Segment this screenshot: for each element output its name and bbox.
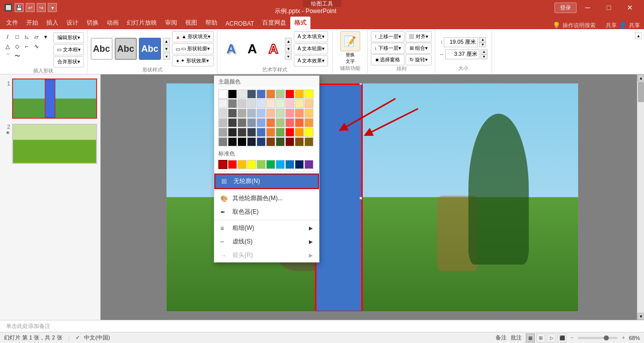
color-cell[interactable]	[304, 128, 313, 137]
color-cell[interactable]	[285, 128, 294, 137]
shape-line[interactable]: /	[3, 32, 12, 41]
color-cell[interactable]	[247, 109, 256, 118]
no-outline-item[interactable]: ☒ 无轮廓(N)	[214, 174, 319, 189]
scroll-thumb[interactable]	[638, 82, 644, 102]
rotate-button[interactable]: ↻ 旋转▾	[406, 54, 432, 65]
color-cell[interactable]	[304, 99, 313, 108]
color-cell[interactable]	[247, 137, 256, 146]
color-cell[interactable]	[285, 118, 294, 127]
weight-item[interactable]: ≡ 粗细(W) ▶	[214, 221, 319, 235]
presenter-view-btn[interactable]: ⬛	[557, 333, 567, 342]
tab-format[interactable]: 格式	[290, 16, 310, 29]
color-cell[interactable]	[285, 99, 294, 108]
color-cell[interactable]	[218, 109, 227, 118]
width-spin-down[interactable]: ▼	[480, 54, 488, 59]
handle-top-right[interactable]	[359, 83, 362, 85]
text-style-btn-1[interactable]: A	[221, 39, 240, 59]
text-outline-button[interactable]: A 文本轮廓▾	[294, 43, 328, 54]
color-cell[interactable]	[257, 109, 266, 118]
color-cell[interactable]	[266, 137, 275, 146]
blue-rect-shape[interactable]	[315, 83, 363, 312]
color-cell[interactable]	[228, 128, 237, 137]
shape-diamond[interactable]: ◇	[13, 42, 22, 51]
shape-outline-button[interactable]: ▭▭ 形状轮廓▾	[172, 43, 214, 54]
arrows-item[interactable]: → 箭头(R) ▶	[214, 248, 319, 262]
color-cell[interactable]	[295, 99, 304, 108]
selection-pane-button[interactable]: ■ 选择窗格	[371, 54, 405, 65]
color-cell[interactable]	[218, 90, 227, 99]
text-effect-button[interactable]: A 文本效果▾	[294, 55, 328, 66]
height-spin-down[interactable]: ▼	[479, 42, 486, 47]
std-color-6[interactable]	[266, 160, 275, 169]
color-cell[interactable]	[218, 137, 227, 146]
shape-rtriangle[interactable]: ◺	[22, 32, 31, 41]
shape-style-btn-3[interactable]: Abc	[139, 38, 161, 60]
color-cell[interactable]	[237, 118, 247, 127]
tab-slideshow[interactable]: 幻灯片放映	[123, 17, 161, 29]
color-cell[interactable]	[228, 90, 237, 99]
tab-acrobat[interactable]: ACROBAT	[221, 18, 258, 29]
color-cell[interactable]	[237, 90, 247, 99]
slide-sorter-btn[interactable]: ⊞	[536, 333, 545, 342]
color-cell[interactable]	[257, 90, 266, 99]
handle-mid-right[interactable]	[359, 197, 362, 200]
edit-shape-button[interactable]: 编辑形状▾	[53, 32, 84, 43]
shape-fill-button[interactable]: ▲▲ 形状填充▾	[172, 31, 214, 42]
color-cell[interactable]	[257, 99, 266, 108]
color-cell[interactable]	[304, 90, 313, 99]
send-backward-button[interactable]: ↓ 下移一层▾	[371, 43, 405, 54]
color-cell[interactable]	[276, 99, 285, 108]
save-icon[interactable]: 💾	[15, 3, 24, 12]
color-cell[interactable]	[218, 99, 227, 108]
color-cell[interactable]	[295, 109, 304, 118]
color-cell[interactable]	[266, 99, 275, 108]
tab-insert[interactable]: 插入	[42, 17, 62, 29]
slide-thumbnail-img-2[interactable]	[12, 124, 97, 164]
color-cell[interactable]	[237, 99, 247, 108]
notes-bar[interactable]: 单击此处添加备注	[0, 320, 644, 332]
shape-effect-button[interactable]: ✦✦ 形状效果▾	[172, 55, 214, 66]
color-cell[interactable]	[247, 99, 256, 108]
color-cell[interactable]	[285, 109, 294, 118]
scroll-down-btn[interactable]: ▼	[637, 313, 644, 320]
std-color-3[interactable]	[237, 160, 247, 169]
shape-parallelogram[interactable]: ▱	[32, 32, 41, 41]
std-color-5[interactable]	[257, 160, 266, 169]
color-cell[interactable]	[304, 109, 313, 118]
color-cell[interactable]	[247, 118, 256, 127]
color-cell[interactable]	[285, 137, 294, 146]
color-cell[interactable]	[276, 128, 285, 137]
shape-style-down-icon[interactable]: ▼	[163, 45, 170, 52]
redo-icon[interactable]: ↪	[37, 3, 46, 12]
wordart-expand-icon[interactable]: ▾	[285, 53, 292, 60]
color-cell[interactable]	[295, 118, 304, 127]
zoom-slider[interactable]	[578, 337, 618, 339]
color-cell[interactable]	[247, 128, 256, 137]
zoom-level[interactable]: 68%	[629, 335, 640, 341]
share-label[interactable]: 共享	[629, 22, 640, 29]
shape-style-up-icon[interactable]: ▲	[163, 38, 170, 45]
color-cell[interactable]	[237, 128, 247, 137]
bring-forward-button[interactable]: ↑ 上移一层▾	[371, 31, 405, 42]
color-cell[interactable]	[295, 137, 304, 146]
slide-thumbnail-img-1[interactable]	[12, 78, 97, 119]
zoom-thumb[interactable]	[604, 335, 609, 340]
height-spin-up[interactable]: ▲	[479, 37, 486, 42]
login-button[interactable]: 登录	[554, 3, 577, 13]
dashes-item[interactable]: ╌ 虚线(S) ▶	[214, 235, 319, 248]
eyedropper-item[interactable]: ✒ 取色器(E)	[214, 205, 319, 219]
color-cell[interactable]	[218, 128, 227, 137]
color-cell[interactable]	[295, 90, 304, 99]
tab-file[interactable]: 文件	[2, 17, 22, 29]
minimize-button[interactable]: ─	[578, 0, 598, 15]
color-cell[interactable]	[266, 118, 275, 127]
std-color-7[interactable]	[276, 160, 285, 169]
scroll-up-btn[interactable]: ▲	[637, 74, 644, 81]
help-tip-icon[interactable]: 💡	[552, 22, 560, 29]
color-cell[interactable]	[304, 137, 313, 146]
color-cell[interactable]	[266, 109, 275, 118]
color-cell[interactable]	[266, 128, 275, 137]
color-cell[interactable]	[276, 137, 285, 146]
shape-style-expand-icon[interactable]: ▾	[163, 53, 170, 60]
color-cell[interactable]	[228, 137, 237, 146]
